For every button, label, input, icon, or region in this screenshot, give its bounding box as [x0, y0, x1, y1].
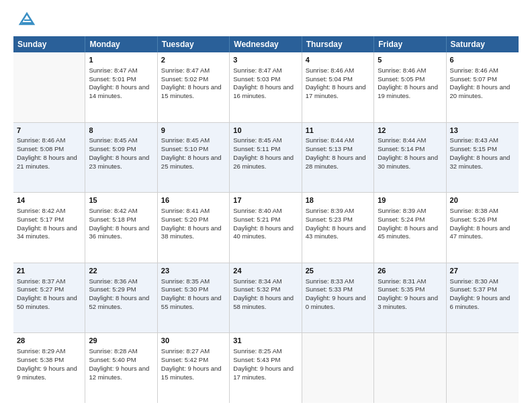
cal-cell: 3Sunrise: 8:47 AMSunset: 5:03 PMDaylight… [230, 52, 302, 122]
day-number: 22 [89, 266, 153, 276]
daylight-text: Daylight: 8 hours and 17 minutes. [306, 83, 366, 99]
sunset-text: Sunset: 5:23 PM [306, 216, 353, 223]
cal-cell: 7Sunrise: 8:46 AMSunset: 5:08 PMDaylight… [13, 123, 85, 193]
sunset-text: Sunset: 5:08 PM [17, 145, 64, 152]
cal-cell: 4Sunrise: 8:46 AMSunset: 5:04 PMDaylight… [302, 52, 374, 122]
daylight-text: Daylight: 9 hours and 3 minutes. [378, 294, 438, 310]
sunset-text: Sunset: 5:40 PM [89, 356, 136, 363]
sunset-text: Sunset: 5:02 PM [161, 75, 208, 83]
sunrise-text: Sunrise: 8:46 AM [17, 136, 65, 144]
cal-cell: 14Sunrise: 8:42 AMSunset: 5:17 PMDayligh… [13, 193, 85, 263]
daylight-text: Daylight: 8 hours and 21 minutes. [17, 154, 77, 170]
cal-cell: 17Sunrise: 8:40 AMSunset: 5:21 PMDayligh… [230, 193, 302, 263]
sunset-text: Sunset: 5:15 PM [450, 145, 497, 152]
cal-cell: 26Sunrise: 8:31 AMSunset: 5:35 PMDayligh… [374, 263, 446, 333]
cal-cell: 24Sunrise: 8:34 AMSunset: 5:32 PMDayligh… [230, 263, 302, 333]
daylight-text: Daylight: 8 hours and 34 minutes. [17, 224, 77, 240]
daylight-text: Daylight: 8 hours and 45 minutes. [378, 224, 438, 240]
daylight-text: Daylight: 8 hours and 43 minutes. [306, 224, 366, 240]
daylight-text: Daylight: 8 hours and 52 minutes. [89, 294, 149, 310]
cal-cell: 2Sunrise: 8:47 AMSunset: 5:02 PMDaylight… [158, 52, 230, 122]
week-row-2: 7Sunrise: 8:46 AMSunset: 5:08 PMDaylight… [13, 123, 519, 193]
day-number: 21 [17, 266, 81, 276]
sunset-text: Sunset: 5:26 PM [450, 216, 497, 223]
sunrise-text: Sunrise: 8:44 AM [378, 136, 426, 144]
cal-cell [447, 333, 519, 403]
sunset-text: Sunset: 5:33 PM [306, 285, 353, 293]
sunset-text: Sunset: 5:01 PM [89, 75, 136, 83]
sunrise-text: Sunrise: 8:46 AM [378, 66, 426, 74]
cal-cell: 23Sunrise: 8:35 AMSunset: 5:30 PMDayligh… [158, 263, 230, 333]
sunrise-text: Sunrise: 8:34 AM [233, 277, 281, 285]
week-row-5: 28Sunrise: 8:29 AMSunset: 5:38 PMDayligh… [13, 333, 519, 403]
daylight-text: Daylight: 8 hours and 32 minutes. [450, 154, 511, 170]
day-number: 25 [306, 266, 370, 276]
day-number: 27 [450, 266, 515, 276]
day-number: 8 [89, 126, 153, 136]
cal-cell: 11Sunrise: 8:44 AMSunset: 5:13 PMDayligh… [302, 123, 374, 193]
sunrise-text: Sunrise: 8:30 AM [450, 277, 498, 285]
page: SundayMondayTuesdayWednesdayThursdayFrid… [0, 0, 532, 411]
sunset-text: Sunset: 5:43 PM [233, 356, 280, 363]
day-number: 19 [378, 195, 442, 205]
calendar: SundayMondayTuesdayWednesdayThursdayFrid… [13, 36, 519, 403]
sunset-text: Sunset: 5:37 PM [450, 285, 497, 293]
sunset-text: Sunset: 5:24 PM [378, 216, 425, 223]
cal-cell: 9Sunrise: 8:45 AMSunset: 5:10 PMDaylight… [158, 123, 230, 193]
sunrise-text: Sunrise: 8:37 AM [17, 277, 65, 285]
day-number: 12 [378, 126, 442, 136]
cal-cell: 25Sunrise: 8:33 AMSunset: 5:33 PMDayligh… [302, 263, 374, 333]
sunrise-text: Sunrise: 8:42 AM [89, 207, 137, 214]
daylight-text: Daylight: 8 hours and 55 minutes. [161, 294, 222, 310]
sunrise-text: Sunrise: 8:45 AM [233, 136, 281, 144]
sunset-text: Sunset: 5:10 PM [161, 145, 208, 152]
logo-icon [17, 11, 36, 30]
calendar-header: SundayMondayTuesdayWednesdayThursdayFrid… [13, 36, 519, 52]
sunrise-text: Sunrise: 8:39 AM [378, 207, 426, 214]
cal-cell: 6Sunrise: 8:46 AMSunset: 5:07 PMDaylight… [447, 52, 519, 122]
day-header-friday: Friday [374, 36, 446, 52]
daylight-text: Daylight: 9 hours and 0 minutes. [306, 294, 366, 310]
daylight-text: Daylight: 8 hours and 23 minutes. [89, 154, 149, 170]
cal-cell: 29Sunrise: 8:28 AMSunset: 5:40 PMDayligh… [85, 333, 157, 403]
header [13, 11, 519, 30]
cal-cell: 19Sunrise: 8:39 AMSunset: 5:24 PMDayligh… [374, 193, 446, 263]
sunrise-text: Sunrise: 8:36 AM [89, 277, 137, 285]
daylight-text: Daylight: 9 hours and 12 minutes. [89, 365, 149, 381]
day-number: 6 [450, 55, 515, 65]
logo [13, 11, 36, 30]
daylight-text: Daylight: 8 hours and 28 minutes. [306, 154, 366, 170]
cal-cell: 28Sunrise: 8:29 AMSunset: 5:38 PMDayligh… [13, 333, 85, 403]
cal-cell: 22Sunrise: 8:36 AMSunset: 5:29 PMDayligh… [85, 263, 157, 333]
day-header-tuesday: Tuesday [158, 36, 230, 52]
cal-cell: 13Sunrise: 8:43 AMSunset: 5:15 PMDayligh… [447, 123, 519, 193]
sunrise-text: Sunrise: 8:43 AM [450, 136, 498, 144]
day-number: 23 [161, 266, 226, 276]
sunset-text: Sunset: 5:42 PM [161, 356, 208, 363]
day-number: 29 [89, 336, 153, 346]
cal-cell: 27Sunrise: 8:30 AMSunset: 5:37 PMDayligh… [447, 263, 519, 333]
sunrise-text: Sunrise: 8:27 AM [161, 347, 210, 355]
daylight-text: Daylight: 8 hours and 16 minutes. [233, 83, 294, 99]
daylight-text: Daylight: 8 hours and 58 minutes. [233, 294, 294, 310]
daylight-text: Daylight: 9 hours and 15 minutes. [161, 365, 222, 381]
sunset-text: Sunset: 5:35 PM [378, 285, 425, 293]
day-number: 17 [233, 195, 298, 205]
daylight-text: Daylight: 8 hours and 15 minutes. [161, 83, 222, 99]
day-header-wednesday: Wednesday [230, 36, 302, 52]
sunset-text: Sunset: 5:38 PM [17, 356, 64, 363]
day-number: 11 [306, 126, 370, 136]
sunrise-text: Sunrise: 8:47 AM [233, 66, 281, 74]
day-header-sunday: Sunday [13, 36, 85, 52]
day-number: 18 [306, 195, 370, 205]
day-number: 13 [450, 126, 515, 136]
sunrise-text: Sunrise: 8:44 AM [306, 136, 354, 144]
daylight-text: Daylight: 8 hours and 14 minutes. [89, 83, 149, 99]
week-row-4: 21Sunrise: 8:37 AMSunset: 5:27 PMDayligh… [13, 263, 519, 334]
sunset-text: Sunset: 5:30 PM [161, 285, 208, 293]
cal-cell [13, 52, 85, 122]
day-number: 10 [233, 126, 298, 136]
cal-cell: 5Sunrise: 8:46 AMSunset: 5:05 PMDaylight… [374, 52, 446, 122]
sunrise-text: Sunrise: 8:46 AM [450, 66, 498, 74]
day-number: 3 [233, 55, 298, 65]
